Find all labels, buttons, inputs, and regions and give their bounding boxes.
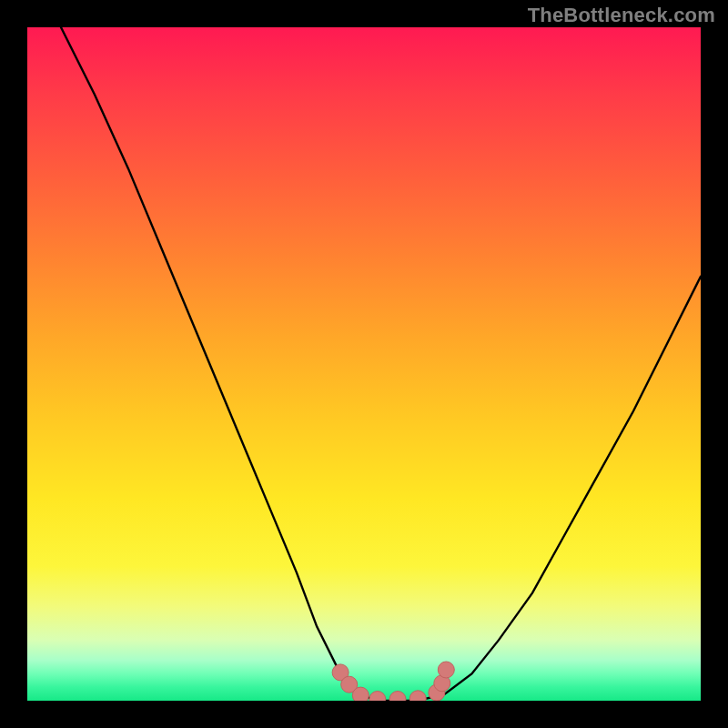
curve-marker bbox=[369, 692, 386, 702]
curve-marker bbox=[438, 662, 454, 678]
bottleneck-curve bbox=[61, 27, 701, 701]
chart-stage: TheBottleneck.com bbox=[0, 0, 728, 728]
highlighted-markers bbox=[332, 662, 454, 701]
curve-marker bbox=[410, 691, 426, 701]
curve-layer bbox=[27, 27, 701, 701]
curve-marker bbox=[352, 687, 369, 701]
curve-marker bbox=[389, 692, 406, 702]
plot-area bbox=[27, 27, 701, 701]
watermark-text: TheBottleneck.com bbox=[528, 4, 715, 27]
